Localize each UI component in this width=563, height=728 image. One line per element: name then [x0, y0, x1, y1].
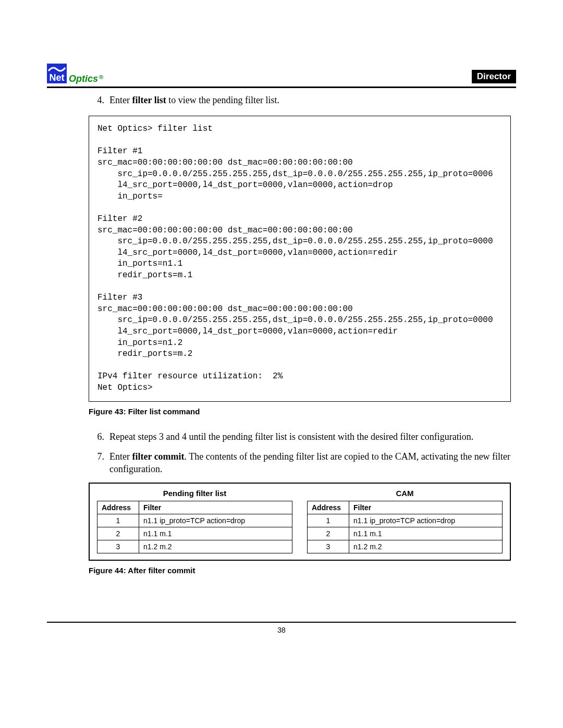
table-row: 3n1.2 m.2 [308, 540, 503, 553]
step-7: 7. Enter filter commit. The contents of … [89, 450, 511, 476]
step-text: Enter filter commit. The contents of the… [109, 450, 511, 476]
step-command: filter commit [132, 451, 184, 462]
col-filter: Filter [349, 501, 503, 514]
step-6: 6. Repeat steps 3 and 4 until the pendin… [89, 430, 511, 443]
table-title: CAM [307, 489, 503, 498]
page-footer: 38 [47, 622, 516, 634]
col-filter: Filter [139, 501, 292, 514]
table-row: 2n1.1 m.1 [308, 527, 503, 540]
table: Address Filter 1n1.1 ip_proto=TCP action… [307, 501, 503, 553]
table: Address Filter 1n1.1 ip_proto=TCP action… [97, 501, 292, 553]
step-text-pre: Enter [109, 95, 132, 105]
table-row: 1n1.1 ip_proto=TCP action=drop [308, 514, 503, 527]
step-number: 6. [89, 430, 104, 443]
tilde-icon [48, 66, 66, 73]
tables-panel: Pending filter list Address Filter 1n1.1… [89, 483, 511, 561]
cam-table: CAM Address Filter 1n1.1 ip_proto=TCP ac… [307, 489, 503, 553]
col-address: Address [97, 501, 139, 514]
step-text-pre: Enter [109, 451, 132, 462]
pending-filter-table: Pending filter list Address Filter 1n1.1… [97, 489, 292, 553]
step-text-post: to view the pending filter list. [166, 95, 279, 105]
step-4: 4. Enter filter list to view the pending… [89, 94, 511, 106]
logo-registered: ® [99, 74, 103, 80]
logo-text-net: Net [49, 73, 64, 82]
table-title: Pending filter list [97, 489, 292, 498]
col-address: Address [308, 501, 349, 514]
logo-mark: Net [47, 64, 67, 83]
step-text: Repeat steps 3 and 4 until the pending f… [109, 430, 511, 443]
figure-44-caption: Figure 44: After filter commit [89, 566, 511, 575]
chapter-badge: Director [472, 70, 516, 83]
step-text: Enter filter list to view the pending fi… [109, 94, 511, 106]
figure-43-caption: Figure 43: Filter list command [89, 407, 511, 416]
logo: Net Optics ® [47, 64, 103, 83]
page-number: 38 [277, 626, 286, 634]
logo-text-optics: Optics [69, 74, 98, 83]
table-header-row: Address Filter [97, 501, 292, 514]
page-content: 4. Enter filter list to view the pending… [89, 94, 511, 575]
step-number: 4. [89, 94, 104, 106]
table-row: 3n1.2 m.2 [97, 540, 292, 553]
table-row: 2n1.1 m.1 [97, 527, 292, 540]
terminal-output: Net Optics> filter list Filter #1 src_ma… [89, 116, 511, 401]
page-header: Net Optics ® Director [47, 64, 516, 88]
table-row: 1n1.1 ip_proto=TCP action=drop [97, 514, 292, 527]
step-number: 7. [89, 450, 104, 476]
table-header-row: Address Filter [308, 501, 503, 514]
step-command: filter list [132, 95, 166, 105]
